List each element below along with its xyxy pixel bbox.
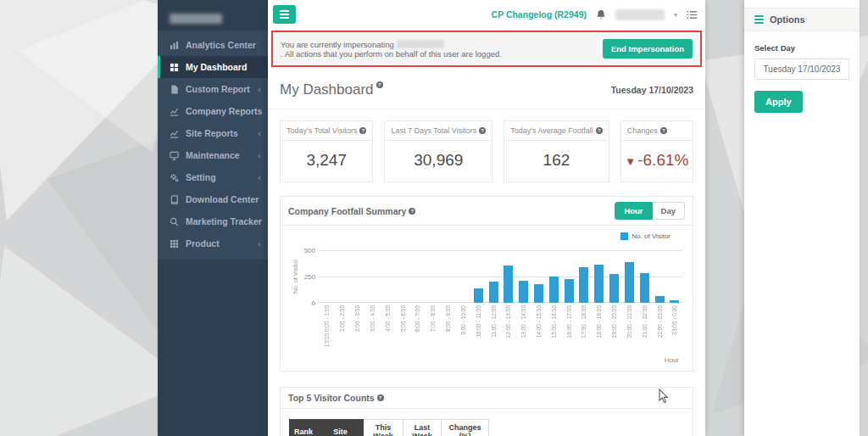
legend-swatch: [620, 232, 628, 240]
info-icon[interactable]: ?: [596, 127, 603, 134]
bar-slot: [622, 250, 637, 303]
x-tick-label: 10:00 - 11:00: [470, 305, 486, 355]
sidebar-item-site-reports[interactable]: Site Reports ‹: [158, 122, 268, 144]
sidebar-item-label: Maintenance: [186, 150, 240, 160]
book-icon: [169, 194, 180, 204]
bar-slot: [637, 250, 652, 303]
day-toggle-button[interactable]: Day: [653, 202, 685, 220]
bar: [534, 284, 543, 303]
bar: [549, 277, 559, 303]
stat-label: Today's Total Visitors?: [281, 121, 372, 141]
sidebar-item-product[interactable]: Product ‹: [158, 232, 268, 254]
col-header-last-week: Last Week: [403, 420, 442, 436]
sidebar-item-company-reports[interactable]: Company Reports ‹: [158, 100, 268, 122]
chart-body: No. of Visitor No. of Visitor 0250500 17…: [281, 226, 693, 371]
x-tick-label: 12:00 - 13:00: [501, 305, 516, 355]
page-title-row: My Dashboard ? Tuesday 17/10/2023: [268, 74, 705, 109]
stat-value: 3,247: [281, 141, 372, 182]
chart-bars: [320, 250, 682, 303]
info-icon[interactable]: ?: [377, 394, 384, 401]
topbar-right: CP Changelog (R2949) ▾: [492, 9, 698, 20]
stat-label-text: Today's Average Footfall: [510, 126, 593, 135]
stat-value-text: -6.61%: [637, 151, 688, 169]
banner-text-before: You are currently impersonating: [281, 40, 394, 49]
bar-slot: [395, 250, 410, 303]
table-title-text: Top 5 Visitor Counts: [288, 393, 375, 403]
bar: [579, 267, 588, 303]
select-day-input[interactable]: [754, 59, 849, 80]
chevron-left-icon: ‹: [258, 85, 261, 94]
stat-label: Last 7 Days Total Visitors?: [385, 121, 492, 141]
banner-text-after: . All actions that you perform on behalf…: [281, 49, 502, 59]
y-tick-label: 500: [304, 247, 315, 254]
sidebar: Analytics Center My Dashboard Custom Rep…: [158, 0, 268, 436]
bar-slot: [592, 250, 607, 303]
sidebar-item-my-dashboard[interactable]: My Dashboard: [158, 56, 268, 78]
chevron-left-icon: ‹: [258, 173, 261, 182]
x-tick-label: 11:00 - 12:00: [486, 305, 501, 355]
bar: [594, 265, 604, 303]
chart-legend: No. of Visitor: [291, 232, 682, 240]
hour-toggle-button[interactable]: Hour: [615, 202, 652, 220]
x-tick-label: 15:00 - 16:00: [546, 305, 561, 355]
x-tick-label: 14:00 - 15:00: [531, 305, 547, 355]
apply-button[interactable]: Apply: [754, 91, 803, 113]
sidebar-item-download-center[interactable]: Download Center: [158, 188, 268, 210]
info-icon[interactable]: ?: [660, 127, 667, 134]
bar-slot: [546, 250, 561, 303]
sidebar-item-analytics-center[interactable]: Analytics Center: [158, 34, 268, 56]
bar: [565, 279, 574, 303]
grid-icon: [169, 62, 180, 72]
bar-slot: [607, 250, 622, 303]
sidebar-item-label: Setting: [186, 172, 216, 182]
chevron-left-icon: ‹: [258, 239, 261, 249]
sidebar-item-setting[interactable]: Setting ‹: [158, 166, 268, 188]
sidebar-item-custom-report[interactable]: Custom Report ‹: [158, 78, 268, 100]
x-tick-label: 6:00 - 7:00: [410, 305, 426, 355]
stat-label: Today's Average Footfall?: [504, 121, 609, 141]
chart-interval-toggle: Hour Day: [615, 202, 685, 220]
sidebar-nav: Analytics Center My Dashboard Custom Rep…: [158, 31, 268, 260]
info-icon[interactable]: ?: [376, 81, 383, 88]
list-icon: [754, 14, 764, 25]
stat-card-todays-total-visitors: Today's Total Visitors? 3,247: [280, 120, 373, 182]
user-name-redacted[interactable]: [615, 9, 665, 20]
x-tick-label: 4:00 - 5:00: [380, 305, 395, 355]
x-tick-label: 2:00 - 3:00: [350, 305, 365, 355]
info-icon[interactable]: ?: [359, 127, 366, 134]
bar-slot: [667, 250, 682, 303]
caret-down-icon[interactable]: ▾: [674, 11, 677, 19]
options-panel: Options Select Day Apply: [744, 0, 860, 436]
sidebar-item-marketing-tracker[interactable]: Marketing Tracker: [158, 210, 268, 232]
bar: [504, 266, 513, 303]
bar-chart-icon: [169, 40, 180, 50]
topbar: CP Changelog (R2949) ▾: [268, 0, 705, 29]
page-title-text: My Dashboard: [280, 81, 374, 98]
gears-icon: [169, 172, 180, 182]
bar-slot: [350, 250, 365, 303]
page-date: Tuesday 17/10/2023: [611, 85, 693, 95]
info-icon[interactable]: ?: [409, 208, 415, 215]
bar: [625, 262, 634, 303]
top5-table-panel: Top 5 Visitor Counts ? Rank Site This We…: [280, 387, 693, 436]
menu-toggle-button[interactable]: [273, 5, 296, 24]
info-icon[interactable]: ?: [479, 127, 486, 134]
x-tick-label: 19:00 - 20:00: [607, 305, 622, 355]
x-tick-label: 17/10 0:00 - 1:00: [320, 305, 335, 355]
sidebar-item-label: My Dashboard: [186, 62, 247, 72]
changelog-link[interactable]: CP Changelog (R2949): [492, 9, 587, 20]
bar-slot: [576, 250, 592, 303]
table-header-row: Rank Site This Week Last Week Changes (%…: [290, 420, 489, 436]
impersonation-banner: You are currently impersonating . All ac…: [271, 31, 702, 67]
bell-icon[interactable]: [596, 9, 606, 20]
sidebar-item-label: Download Center: [186, 194, 259, 204]
file-icon: [169, 84, 180, 94]
stat-card-changes: Changes? ▼-6.61%: [620, 120, 693, 182]
sidebar-item-maintenance[interactable]: Maintenance ‹: [158, 144, 268, 166]
end-impersonation-button[interactable]: End Impersonation: [603, 39, 693, 59]
search-icon: [169, 216, 180, 226]
x-tick-label: 16:00 - 17:00: [561, 305, 576, 355]
y-tick-label: 0: [312, 299, 315, 307]
impersonated-user-redacted: [397, 40, 444, 48]
list-icon[interactable]: [687, 10, 698, 20]
